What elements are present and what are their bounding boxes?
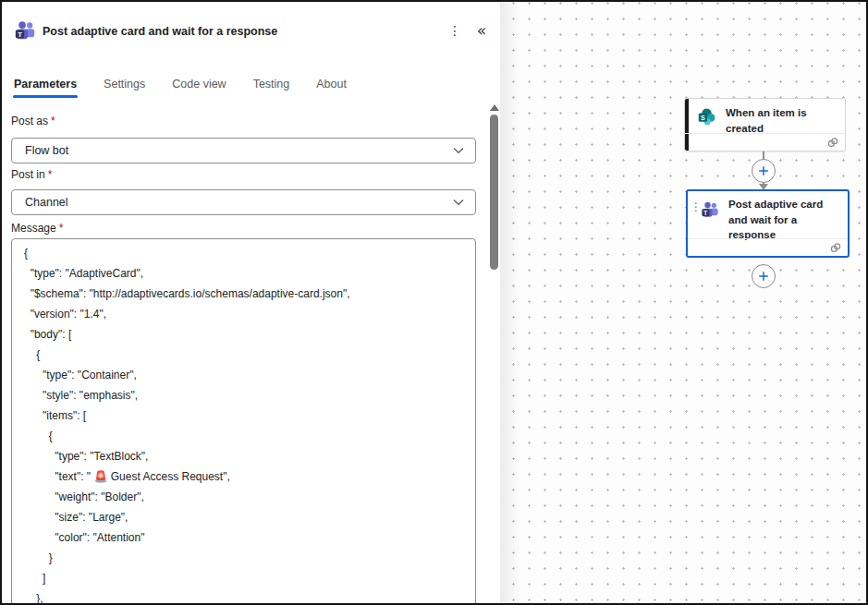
panel-shadow bbox=[500, 2, 520, 603]
post-in-value: Channel bbox=[25, 196, 453, 209]
trigger-node-when-item-created[interactable]: S When an item is created bbox=[684, 98, 846, 151]
collapse-panel-button[interactable]: « bbox=[471, 20, 493, 41]
required-asterisk: * bbox=[51, 115, 55, 127]
post-as-value: Flow bot bbox=[25, 144, 453, 157]
post-as-label: Post as* bbox=[11, 115, 55, 127]
message-textarea[interactable]: { "type": "AdaptiveCard", "$schema": "ht… bbox=[11, 238, 476, 605]
svg-text:S: S bbox=[701, 115, 705, 121]
connection-link-icon bbox=[829, 241, 842, 254]
connection-link-icon bbox=[826, 136, 839, 149]
chevron-down-icon bbox=[453, 199, 464, 206]
tab-about[interactable]: About bbox=[315, 74, 348, 98]
post-as-dropdown[interactable]: Flow bot bbox=[11, 138, 476, 163]
node-footer-strip bbox=[688, 238, 848, 256]
panel-tabs: Parameters Settings Code view Testing Ab… bbox=[13, 74, 348, 98]
node-footer-strip bbox=[685, 133, 845, 151]
action-details-panel: T Post adaptive card and wait for a resp… bbox=[2, 2, 500, 603]
scrollbar-up-arrow[interactable] bbox=[490, 104, 499, 111]
panel-title: Post adaptive card and wait for a respon… bbox=[43, 25, 277, 38]
scrollbar-thumb[interactable] bbox=[490, 115, 498, 270]
flow-canvas[interactable]: S When an item is created ⋮ bbox=[500, 2, 866, 603]
svg-text:T: T bbox=[18, 30, 22, 39]
action-node-title: Post adaptive card and wait for a respon… bbox=[728, 191, 837, 243]
insert-step-button[interactable] bbox=[752, 159, 776, 183]
post-in-dropdown[interactable]: Channel bbox=[11, 189, 476, 215]
node-more-options-button[interactable]: ⋮ bbox=[691, 201, 702, 212]
screenshot-frame: T Post adaptive card and wait for a resp… bbox=[0, 0, 868, 605]
tab-code-view[interactable]: Code view bbox=[171, 74, 226, 98]
plus-icon bbox=[757, 164, 770, 177]
trigger-node-title: When an item is created bbox=[726, 99, 835, 136]
sharepoint-icon: S bbox=[697, 107, 716, 130]
required-asterisk: * bbox=[48, 168, 53, 181]
add-action-button[interactable] bbox=[752, 264, 776, 288]
tab-parameters[interactable]: Parameters bbox=[13, 74, 78, 98]
action-node-post-adaptive-card[interactable]: ⋮ T Post adaptive card and wait for a re… bbox=[686, 189, 850, 258]
tab-settings[interactable]: Settings bbox=[103, 74, 146, 98]
message-label: Message* bbox=[11, 222, 63, 235]
teams-icon: T bbox=[700, 200, 720, 224]
post-in-label: Post in* bbox=[11, 168, 52, 181]
teams-icon: T bbox=[13, 18, 37, 42]
plus-icon bbox=[757, 270, 770, 283]
svg-text:T: T bbox=[703, 210, 707, 216]
more-options-button[interactable]: ⋮ bbox=[444, 20, 466, 41]
required-asterisk: * bbox=[59, 222, 64, 235]
chevron-down-icon bbox=[453, 147, 464, 154]
tab-testing[interactable]: Testing bbox=[252, 74, 291, 98]
